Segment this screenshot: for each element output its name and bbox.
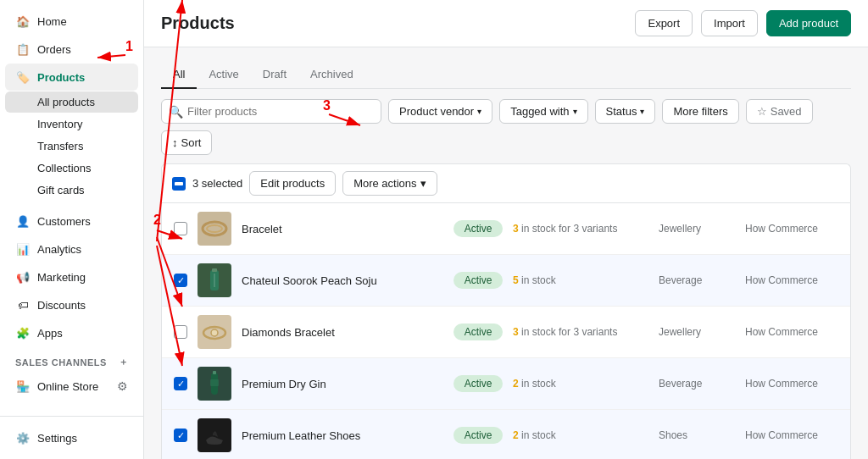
search-wrap: 🔍 — [161, 99, 381, 124]
saved-button[interactable]: ☆ Saved — [746, 99, 813, 124]
sidebar-item-discounts[interactable]: 🏷 Discounts — [5, 291, 138, 318]
stock-info-chateul: 5 in stock — [513, 274, 648, 286]
sidebar-sub-collections[interactable]: Collections — [5, 158, 138, 179]
status-badge-chateul: Active — [453, 272, 503, 289]
products-icon: 🏷️ — [15, 69, 31, 85]
sidebar-item-analytics-label: Analytics — [37, 243, 81, 256]
category-chateul: Beverage — [659, 274, 735, 286]
more-actions-button[interactable]: More actions ▾ — [342, 171, 437, 196]
vendor-diamonds: How Commerce — [745, 326, 838, 338]
sort-button[interactable]: ↕ Sort — [161, 130, 212, 155]
sidebar-sub-inventory[interactable]: Inventory — [5, 113, 138, 135]
sidebar-item-orders[interactable]: 📋 Orders — [5, 36, 138, 63]
sidebar-item-settings[interactable]: ⚙️ Settings — [5, 424, 138, 451]
row-checkbox-diamonds[interactable] — [174, 325, 187, 339]
search-icon: 🔍 — [169, 105, 183, 119]
product-thumb-chateul — [198, 263, 231, 297]
tab-draft[interactable]: Draft — [251, 61, 298, 89]
row-checkbox-bracelet[interactable] — [174, 222, 187, 235]
select-all-checkbox[interactable] — [172, 177, 186, 191]
products-table: Bracelet Active 3 in stock for 3 variant… — [161, 202, 851, 459]
content-area: All Active Draft Archived 🔍 Product vend… — [144, 47, 868, 459]
sidebar-item-apps-label: Apps — [37, 327, 63, 340]
topbar: Products Export Import Add product — [144, 0, 868, 47]
sidebar-item-apps[interactable]: 🧩 Apps — [5, 319, 138, 346]
table-row: Bracelet Active 3 in stock for 3 variant… — [162, 203, 850, 255]
export-button[interactable]: Export — [635, 10, 693, 36]
selection-bar: 3 selected Edit products More actions ▾ — [161, 163, 851, 202]
import-button[interactable]: Import — [701, 10, 758, 36]
category-shoes: Shoes — [659, 429, 735, 441]
product-vendor-filter[interactable]: Product vendor ▾ — [388, 99, 492, 124]
search-input[interactable] — [161, 99, 381, 124]
sidebar-sub-all-products[interactable]: All products — [5, 91, 138, 113]
orders-icon: 📋 — [15, 41, 31, 57]
vendor-caret-icon: ▾ — [477, 107, 481, 116]
product-name-bracelet: Bracelet — [242, 223, 443, 235]
status-badge-gin: Active — [453, 375, 503, 392]
sidebar-item-customers-label: Customers — [37, 215, 91, 228]
table-row: Premium Leather Shoes Active 2 in stock … — [162, 410, 850, 459]
stock-info-shoes: 2 in stock — [513, 429, 648, 441]
svg-point-1 — [207, 225, 222, 232]
sidebar-sub-gift-cards[interactable]: Gift cards — [5, 180, 138, 201]
product-thumb-diamonds — [198, 315, 231, 349]
sidebar-item-marketing[interactable]: 📢 Marketing — [5, 263, 138, 290]
page-title: Products — [161, 14, 235, 33]
more-actions-caret-icon: ▾ — [420, 177, 426, 190]
sidebar-item-home-label: Home — [37, 15, 67, 28]
row-checkbox-chateul[interactable] — [174, 274, 187, 287]
sidebar-item-customers[interactable]: 👤 Customers — [5, 207, 138, 235]
status-filter[interactable]: Status ▾ — [595, 99, 656, 124]
product-name-gin: Premium Dry Gin — [242, 378, 443, 390]
more-filters-button[interactable]: More filters — [662, 99, 738, 124]
vendor-gin: How Commerce — [745, 378, 838, 390]
product-thumb-shoes — [198, 418, 231, 452]
product-name-diamonds: Diamonds Bracelet — [242, 326, 443, 339]
add-product-button[interactable]: Add product — [766, 10, 851, 36]
product-name-chateul: Chateul Soorok Peach Soju — [242, 274, 443, 287]
sidebar-item-discounts-label: Discounts — [37, 299, 86, 312]
category-diamonds: Jewellery — [659, 326, 735, 338]
vendor-chateul: How Commerce — [745, 274, 838, 286]
sidebar-item-products[interactable]: 🏷️ Products — [5, 64, 138, 91]
status-badge-diamonds: Active — [453, 324, 503, 340]
status-caret-icon: ▾ — [640, 107, 644, 116]
table-row: Chateul Soorok Peach Soju Active 5 in st… — [162, 255, 850, 307]
sidebar-item-products-label: Products — [37, 71, 85, 84]
row-checkbox-gin[interactable] — [174, 377, 187, 390]
sidebar-item-online-store[interactable]: 🏪 Online Store ⚙ — [5, 373, 138, 400]
product-tabs: All Active Draft Archived — [161, 61, 851, 89]
stock-info-gin: 2 in stock — [513, 378, 648, 390]
status-badge-shoes: Active — [453, 427, 503, 444]
vendor-shoes: How Commerce — [745, 429, 838, 441]
products-section: 3 selected Edit products More actions ▾ — [161, 163, 851, 459]
main-content: Products Export Import Add product All A… — [144, 0, 868, 459]
row-checkbox-shoes[interactable] — [174, 429, 187, 442]
stock-info-bracelet: 3 in stock for 3 variants — [513, 223, 648, 235]
sidebar-item-analytics[interactable]: 📊 Analytics — [5, 235, 138, 263]
table-row: Diamonds Bracelet Active 3 in stock for … — [162, 307, 850, 358]
sidebar-sub-transfers[interactable]: Transfers — [5, 135, 138, 157]
tagged-caret-icon: ▾ — [573, 107, 577, 116]
tab-active[interactable]: Active — [197, 61, 250, 89]
tab-archived[interactable]: Archived — [298, 61, 365, 89]
tagged-with-filter[interactable]: Tagged with ▾ — [499, 99, 587, 124]
topbar-actions: Export Import Add product — [635, 10, 851, 36]
product-thumb-bracelet — [198, 212, 231, 246]
sidebar-item-home[interactable]: 🏠 Home — [5, 8, 138, 35]
edit-products-button[interactable]: Edit products — [249, 171, 336, 196]
tab-all[interactable]: All — [161, 61, 197, 89]
stock-info-diamonds: 3 in stock for 3 variants — [513, 326, 648, 338]
svg-point-6 — [211, 329, 218, 336]
svg-rect-3 — [212, 268, 217, 272]
sidebar-item-orders-label: Orders — [37, 43, 71, 56]
filter-row: 🔍 Product vendor ▾ Tagged with ▾ Status … — [161, 99, 851, 155]
add-sales-channel-icon[interactable]: ＋ — [119, 356, 129, 368]
category-bracelet: Jewellery — [659, 223, 735, 235]
table-row: Premium Dry Gin Active 2 in stock Bevera… — [162, 358, 850, 410]
customers-icon: 👤 — [15, 213, 31, 229]
product-name-shoes: Premium Leather Shoes — [242, 429, 443, 442]
category-gin: Beverage — [659, 378, 735, 390]
online-store-settings-icon[interactable]: ⚙ — [117, 379, 128, 393]
